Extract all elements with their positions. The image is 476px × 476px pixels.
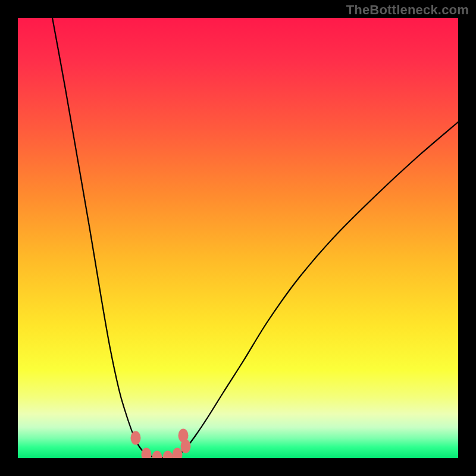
marker-group — [131, 429, 191, 459]
bottleneck-curve — [52, 18, 458, 458]
marker-dot — [163, 451, 173, 459]
watermark-text: TheBottleneck.com — [346, 2, 469, 18]
plot-area — [18, 18, 458, 458]
marker-dot — [173, 448, 183, 459]
marker-dot — [131, 431, 141, 445]
outer-frame: TheBottleneck.com — [0, 0, 476, 476]
marker-dot — [142, 448, 152, 459]
marker-dot — [178, 429, 189, 443]
marker-dot — [152, 451, 162, 459]
curve-layer — [18, 18, 458, 458]
